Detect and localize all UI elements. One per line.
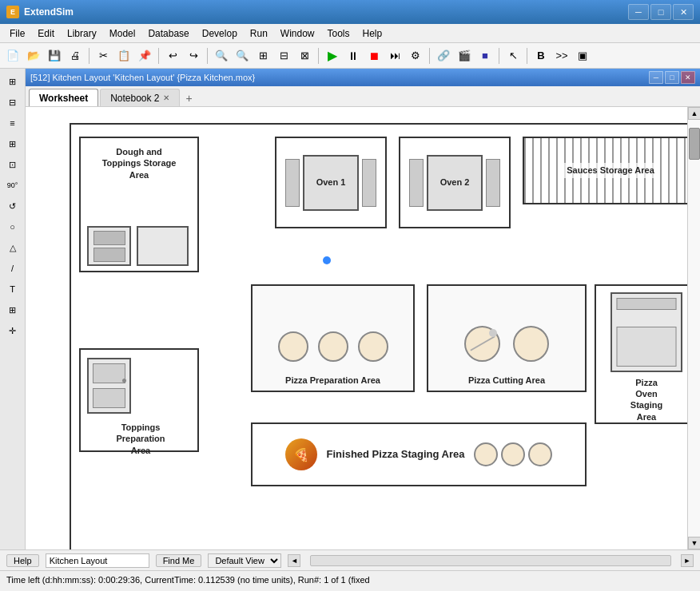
copy-button[interactable]: 📋 — [114, 46, 133, 65]
menu-develop[interactable]: Develop — [196, 26, 244, 41]
settings-button[interactable]: ⚙ — [406, 46, 425, 65]
tab-worksheet-label: Worksheet — [39, 93, 88, 104]
appliance-1 — [87, 226, 131, 266]
extra-button[interactable]: >> — [552, 46, 571, 65]
oven1-right-panel — [362, 159, 376, 207]
cabinet-knob — [122, 379, 126, 383]
cut-button[interactable]: ✂ — [93, 46, 113, 65]
time-status-bar: Time left (d:hh:mm:ss): 0:00:29:36, Curr… — [0, 570, 700, 588]
sidebar-btn-4[interactable]: ⊞ — [3, 134, 22, 153]
tab-add-button[interactable]: + — [181, 90, 197, 106]
help-button[interactable]: Help — [6, 554, 39, 567]
cutting-icon-2 — [513, 326, 549, 362]
menu-tools[interactable]: Tools — [321, 26, 356, 41]
zoom-in-button[interactable]: 🔍 — [212, 46, 231, 65]
oven1-area: Oven 1 — [275, 137, 387, 228]
zoom-reset-button[interactable]: ⊠ — [295, 46, 314, 65]
connect-button[interactable]: 🔗 — [434, 46, 453, 65]
undo-button[interactable]: ↩ — [163, 46, 182, 65]
doc-close[interactable]: ✕ — [681, 71, 695, 84]
sep5 — [429, 48, 430, 64]
sep6 — [499, 48, 499, 64]
fp-circle-2 — [501, 442, 525, 466]
sidebar-btn-13[interactable]: ✛ — [3, 321, 22, 340]
cutter-wheel — [489, 329, 497, 337]
cursor-button[interactable]: ↖ — [503, 46, 523, 65]
hscroll-right[interactable]: ► — [681, 554, 694, 567]
oven-staging-label: PizzaOvenStagingArea — [630, 377, 662, 422]
toppings-prep-area: ToppingsPreparationArea — [79, 348, 199, 452]
animate-button[interactable]: 🎬 — [455, 46, 474, 65]
pizza-cutting-label: Pizza Cutting Area — [468, 375, 545, 386]
save-button[interactable]: 💾 — [45, 46, 64, 65]
menu-file[interactable]: File — [3, 26, 31, 41]
close-button[interactable]: ✕ — [673, 4, 694, 20]
maximize-button[interactable]: □ — [650, 4, 671, 20]
menu-bar: File Edit Library Model Database Develop… — [0, 24, 700, 43]
zoom-custom-button[interactable]: ⊟ — [274, 46, 293, 65]
sauces-storage-area: Sauces Storage Area — [523, 137, 687, 204]
oven2-left-panel — [409, 159, 424, 207]
time-status-text: Time left (d:hh:mm:ss): 0:00:29:36, Curr… — [6, 575, 370, 585]
hscroll-left[interactable]: ◄ — [288, 554, 300, 567]
scroll-down-button[interactable]: ▼ — [688, 537, 700, 549]
sidebar-btn-11[interactable]: T — [3, 280, 22, 299]
oven2-right-panel — [486, 159, 500, 207]
tab-notebook2[interactable]: Notebook 2 ✕ — [100, 89, 179, 106]
pizza-icon-2 — [318, 331, 348, 362]
redo-button[interactable]: ↪ — [184, 46, 203, 65]
sidebar-btn-10[interactable]: / — [3, 259, 22, 278]
sidebar-btn-9[interactable]: △ — [3, 238, 22, 257]
paste-button[interactable]: 📌 — [135, 46, 154, 65]
right-scrollbar[interactable]: ▲ ▼ — [687, 107, 700, 549]
find-me-button[interactable]: Find Me — [156, 554, 202, 567]
sidebar-btn-7[interactable]: ↺ — [3, 196, 22, 216]
doc-minimize[interactable]: ─ — [649, 71, 663, 84]
pizza-prep-icons — [272, 325, 395, 368]
tab-worksheet[interactable]: Worksheet — [29, 89, 98, 106]
new-button[interactable]: 📄 — [3, 46, 22, 65]
zoom-out-button[interactable]: 🔍 — [233, 46, 252, 65]
sidebar-btn-2[interactable]: ⊟ — [3, 93, 22, 112]
run-button[interactable]: ▶ — [323, 46, 342, 65]
menu-window[interactable]: Window — [274, 26, 321, 41]
location-input[interactable] — [46, 553, 149, 568]
menu-run[interactable]: Run — [244, 26, 274, 41]
sidebar-btn-5[interactable]: ⊡ — [3, 155, 22, 174]
finished-pizza-label: Finished Pizza Staging Area — [327, 448, 465, 462]
sidebar-btn-6[interactable]: 90° — [3, 176, 22, 195]
cutting-icons — [458, 319, 555, 368]
minimize-button[interactable]: ─ — [628, 4, 649, 20]
open-button[interactable]: 📂 — [24, 46, 43, 65]
horizontal-scrollbar[interactable] — [310, 555, 671, 566]
step-button[interactable]: ⏭ — [385, 46, 404, 65]
toolbar: 📄 📂 💾 🖨 ✂ 📋 📌 ↩ ↪ 🔍 🔍 ⊞ ⊟ ⊠ ▶ ⏸ ⏹ ⏭ ⚙ 🔗 … — [0, 43, 700, 69]
stop-button[interactable]: ⏹ — [364, 46, 384, 65]
sidebar-btn-1[interactable]: ⊞ — [3, 72, 22, 91]
sidebar-btn-8[interactable]: ○ — [3, 217, 22, 236]
menu-help[interactable]: Help — [356, 26, 389, 41]
menu-edit[interactable]: Edit — [31, 26, 61, 41]
tab-notebook2-close[interactable]: ✕ — [163, 93, 169, 102]
status-bar: Help Find Me Default View ◄ ► — [0, 549, 700, 570]
scroll-thumb[interactable] — [689, 128, 700, 160]
dough-storage-area: Dough andToppings StorageArea — [79, 137, 199, 272]
extra-button2[interactable]: ▣ — [573, 46, 592, 65]
tab-notebook2-label: Notebook 2 — [110, 93, 159, 104]
print-button[interactable]: 🖨 — [66, 46, 85, 65]
menu-database[interactable]: Database — [141, 26, 195, 41]
sidebar-btn-3[interactable]: ≡ — [3, 113, 22, 133]
sidebar-btn-12[interactable]: ⊞ — [3, 300, 22, 319]
scroll-up-button[interactable]: ▲ — [688, 107, 700, 120]
menu-library[interactable]: Library — [61, 26, 103, 41]
view-select[interactable]: Default View — [208, 553, 281, 568]
oven1-left-panel — [285, 159, 300, 207]
bold-button[interactable]: B — [531, 46, 551, 65]
main-area: ⊞ ⊟ ≡ ⊞ ⊡ 90° ↺ ○ △ / T ⊞ ✛ [512] Kitche… — [0, 69, 700, 549]
finished-pizza-circles — [474, 442, 552, 466]
zoom-fit-button[interactable]: ⊞ — [253, 46, 272, 65]
doc-maximize[interactable]: □ — [665, 71, 679, 84]
pause-button[interactable]: ⏸ — [344, 46, 363, 65]
rect-tool[interactable]: ■ — [475, 46, 495, 65]
menu-model[interactable]: Model — [103, 26, 142, 41]
